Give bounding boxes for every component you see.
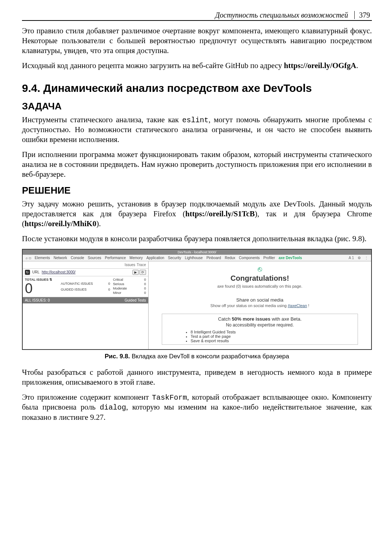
axe-left-panel: Issues Trace ↻ URL http://localhost:3000… [23,261,149,349]
body-paragraph: Это приложение содержит компонент TaskFo… [22,392,372,422]
body-paragraph: Инструменты статического анализа, такие … [22,115,372,145]
tab-sources: Sources [88,256,101,260]
share-subtext: Show off your status on social media usi… [210,303,309,308]
tab-security: Security [168,256,181,260]
devtools-screenshot: DevTools - localhost:3000/ ⌕ ☐ Elements … [22,249,372,350]
guided-tests-label: Guided Tests [125,298,146,302]
subtab-trace: Trace [137,263,146,267]
tab-components: Components [239,256,260,260]
tab-memory: Memory [130,256,143,260]
section-title: 9.4. Динамический анализ посредством axe… [22,82,372,95]
body-paragraph: После установки модуля в консоли разрабо… [22,234,372,244]
promo-bullet-list: 8 Intelligent Guided Tests Test a part o… [166,330,354,343]
tab-elements: Elements [35,256,50,260]
devtools-tab-bar: ⌕ ☐ Elements Network Console Sources Per… [23,255,371,261]
github-url: https://oreil.ly/OGfgA [284,61,356,70]
all-issues-label: ALL ISSUES: 0 [25,298,50,302]
guided-issues-value: 0 [108,288,110,291]
axe-logo-icon: ⎋ [258,265,262,273]
url-value: http://localhost:3000/ [42,270,75,274]
subsection-heading-solution: РЕШЕНИЕ [22,185,372,196]
inspector-icon: ⌕ ☐ [26,256,31,260]
axe-right-panel: ⎋ Congratulations! axe found (0) issues … [149,261,371,349]
body-paragraph: Эту задачу можно решить, установив в бра… [22,199,372,229]
rescan-button: ⟳ [139,270,146,275]
hashtag-link: #axeClean [288,303,307,308]
guided-issues-label: GUIDED ISSUES [61,288,87,291]
code-inline: eslint [182,116,209,124]
promo-box: Catch 50% more issues with axe Beta. No … [162,314,358,345]
body-paragraph: Чтобы разобраться с работой данного инст… [22,367,372,387]
refresh-icon: ↻ [25,270,30,275]
tab-axe-devtools: axe DevTools [279,256,302,260]
promo-headline: Catch 50% more issues with axe Beta. [166,316,354,322]
url-label: URL [32,270,40,274]
code-inline: dialog [100,403,126,412]
firefox-url: https://oreil.ly/S1TcB [185,209,255,218]
code-inline: TaskForm [152,393,187,402]
warning-badge: A 1 [349,256,354,260]
body-paragraph: Исходный код данного рецепта можно загру… [22,61,372,71]
automatic-issues-value: 0 [108,282,110,285]
promo-bullet: Save & export results [191,339,354,343]
severity-minor-label: Minor [113,291,122,295]
more-icon: ⋮ [365,256,368,260]
congrats-subtext: axe found (0) issues automatically on th… [217,284,302,288]
severity-serious-label: Serious [113,282,124,286]
severity-critical-label: Critical [113,278,123,281]
body-paragraph: При исполнении программа может функциони… [22,150,372,179]
body-paragraph: Это правило стиля добавляет различимое о… [22,26,372,56]
chapter-title: Доступность специальных возможностей [215,11,348,19]
figure-caption: Рис. 9.8. Вкладка axe DevToll в консоли … [22,353,372,360]
tab-application: Application [146,256,164,260]
tab-profiler: Profiler [264,256,275,260]
gear-icon: ⚙ [358,256,361,260]
subtab-issues: Issues [125,263,135,267]
scan-button: ▶ [132,270,139,275]
tab-performance: Performance [105,256,126,260]
tab-console: Console [71,256,84,260]
devtools-window-title: DevTools - localhost:3000/ [23,250,371,255]
subsection-heading-problem: ЗАДАЧА [22,101,372,112]
promo-subtext: No accessibility expertise required. [166,322,354,328]
automatic-issues-label: AUTOMATIC ISSUES [61,282,93,285]
tab-pinboard: Pinboard [206,256,221,260]
share-heading: Share on social media [236,297,284,303]
page-number: 379 [354,11,370,19]
severity-moderate-label: Moderate [113,287,127,290]
promo-bullet: 8 Intelligent Guided Tests [191,330,354,334]
tab-network: Network [53,256,67,260]
total-issues-value: 0 [25,281,58,295]
congrats-heading: Congratulations! [231,274,289,283]
chrome-url: https://oreil.ly/MhiK0 [25,219,96,228]
sort-icon: ⇅ [49,278,52,281]
running-header: Доступность специальных возможностей 379 [22,11,372,19]
tab-redux: Redux [225,256,235,260]
tab-lighthouse: Lighthouse [185,256,203,260]
header-rule [22,20,372,21]
promo-bullet: Test a part of the page [191,334,354,339]
figure-9-8: DevTools - localhost:3000/ ⌕ ☐ Elements … [22,249,372,360]
